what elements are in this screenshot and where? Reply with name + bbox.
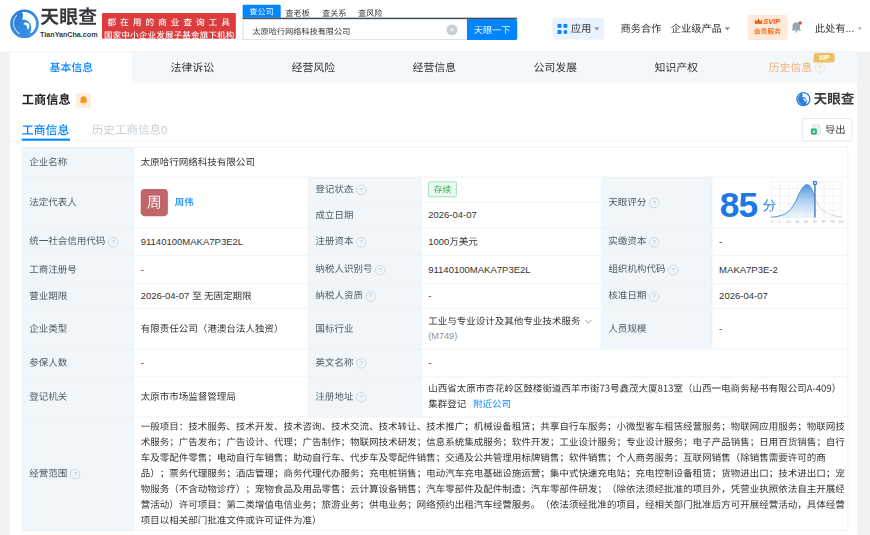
svg-text:81: 81 (813, 220, 817, 224)
svg-text:100: 100 (838, 220, 843, 224)
svg-text:10: 10 (786, 220, 790, 224)
svg-text:60: 60 (804, 220, 808, 224)
svg-text:99: 99 (831, 220, 835, 224)
svg-text:1: 1 (779, 220, 781, 224)
svg-text:0: 0 (771, 220, 773, 224)
svg-text:97: 97 (822, 220, 826, 224)
svg-text:30: 30 (795, 220, 799, 224)
